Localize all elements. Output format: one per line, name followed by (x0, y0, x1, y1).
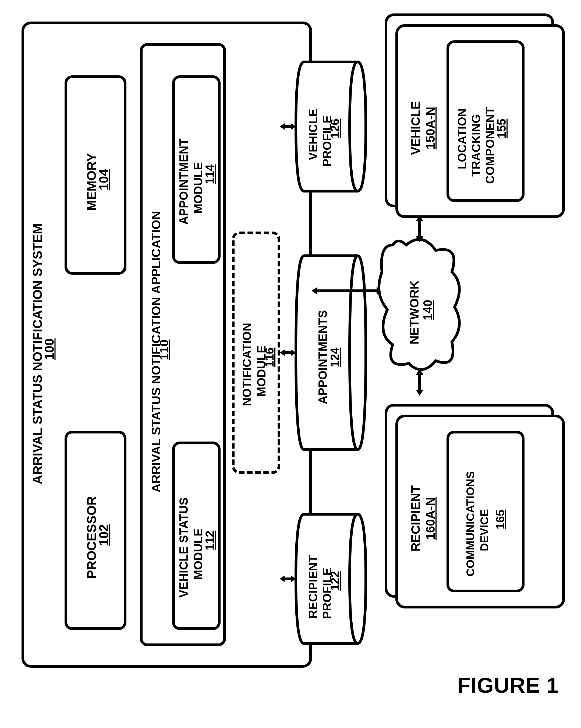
vehicle-profile-ref: 126 (315, 125, 355, 152)
communications-device-ref: 165 (480, 510, 521, 543)
system-ref-text: 100 (42, 338, 56, 360)
appointment-module-ref-text: 114 (203, 164, 216, 184)
vehicle-profile-ref-text: 126 (328, 119, 341, 138)
location-tracking-ref-text: 155 (495, 119, 508, 138)
app-ref: 110 (142, 347, 186, 374)
processor-ref: 102 (82, 534, 126, 560)
recipient-profile-ref: 122 (315, 577, 355, 604)
svg-marker-4 (280, 349, 284, 356)
svg-marker-2 (291, 576, 296, 582)
svg-marker-7 (280, 123, 284, 130)
processor-ref-text: 102 (96, 524, 111, 546)
recipient-ref: 160A-N (409, 500, 452, 553)
svg-marker-14 (416, 236, 423, 242)
communications-device-ref-text: 165 (494, 510, 507, 529)
arrow-app-to-vehicle-db (280, 121, 296, 132)
network-ref: 140 (406, 307, 449, 334)
svg-marker-10 (311, 287, 317, 294)
arrow-system-network (311, 285, 383, 296)
system-ref: 100 (27, 347, 72, 374)
vehicle-ref-text: 150A-N (423, 107, 437, 150)
svg-marker-17 (416, 390, 423, 396)
memory-ref-text: 104 (96, 169, 111, 190)
appointment-module-ref: 114 (190, 171, 230, 197)
svg-marker-1 (280, 576, 284, 582)
memory-ref: 104 (82, 178, 126, 205)
location-tracking-ref: 155 (481, 119, 522, 152)
figure-label: FIGURE 1 (457, 673, 559, 698)
svg-marker-8 (291, 123, 296, 130)
recipient-profile-ref-text: 122 (328, 571, 341, 591)
vehicle-status-ref: 112 (190, 537, 230, 564)
app-ref-text: 110 (157, 339, 171, 360)
figure-label-text: FIGURE 1 (457, 673, 559, 697)
network-ref-text: 140 (421, 300, 435, 320)
svg-marker-5 (291, 349, 296, 356)
appointments-ref: 124 (315, 354, 355, 381)
arrow-app-to-recipient-db (280, 573, 296, 584)
notification-module-ref-text: 116 (263, 347, 276, 367)
recipient-ref-text: 160A-N (423, 497, 437, 540)
arrow-app-to-appointments-db (280, 347, 296, 358)
svg-marker-16 (416, 369, 423, 375)
arrow-network-vehicle (414, 215, 425, 242)
vehicle-status-ref-text: 112 (203, 531, 216, 550)
appointments-ref-text: 124 (328, 347, 341, 367)
arrow-network-recipient (414, 369, 425, 396)
